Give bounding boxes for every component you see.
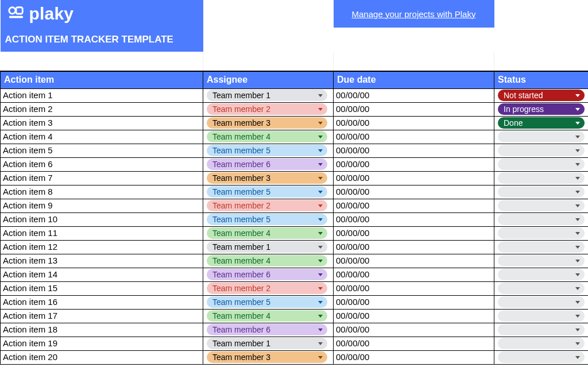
assignee-dropdown[interactable]: Team member 1 <box>207 241 327 253</box>
status-dropdown[interactable] <box>498 269 585 280</box>
table-row: Action item 2Team member 200/00/00In pro… <box>1 102 589 116</box>
chevron-down-icon <box>318 356 323 359</box>
status-cell <box>494 295 589 309</box>
assignee-dropdown[interactable]: Team member 3 <box>207 172 327 184</box>
action-item-cell[interactable]: Action item 1 <box>1 88 203 102</box>
due-date-cell[interactable]: 00/00/00 <box>334 337 494 350</box>
action-item-cell[interactable]: Action item 18 <box>1 323 203 337</box>
status-cell <box>494 226 589 240</box>
assignee-dropdown[interactable]: Team member 2 <box>207 283 327 294</box>
action-item-cell[interactable]: Action item 7 <box>1 171 203 185</box>
header-assignee: Assignee <box>203 71 334 88</box>
promo-link[interactable]: Manage your projects with Plaky <box>352 9 476 19</box>
status-dropdown[interactable] <box>498 324 585 335</box>
due-date-cell[interactable]: 00/00/00 <box>334 350 494 364</box>
assignee-dropdown[interactable]: Team member 1 <box>207 90 327 101</box>
assignee-dropdown[interactable]: Team member 4 <box>207 255 327 266</box>
assignee-dropdown[interactable]: Team member 6 <box>207 324 327 335</box>
due-date-cell[interactable]: 00/00/00 <box>334 323 494 337</box>
status-dropdown[interactable]: In progress <box>498 103 585 115</box>
due-date-cell[interactable]: 00/00/00 <box>334 281 494 295</box>
assignee-dropdown[interactable]: Team member 5 <box>207 186 327 198</box>
status-dropdown[interactable] <box>498 296 585 308</box>
action-item-cell[interactable]: Action item 14 <box>1 268 203 281</box>
status-dropdown[interactable] <box>498 131 585 142</box>
action-item-cell[interactable]: Action item 5 <box>1 144 203 157</box>
action-item-cell[interactable]: Action item 15 <box>1 281 203 295</box>
chevron-down-icon <box>318 177 323 180</box>
status-dropdown[interactable]: Not started <box>498 90 585 101</box>
due-date-cell[interactable]: 00/00/00 <box>334 254 494 268</box>
status-cell <box>494 337 589 350</box>
status-dropdown[interactable] <box>498 351 585 363</box>
due-date-cell[interactable]: 00/00/00 <box>334 212 494 226</box>
assignee-dropdown[interactable]: Team member 2 <box>207 200 327 211</box>
assignee-dropdown[interactable]: Team member 3 <box>207 351 327 363</box>
action-item-cell[interactable]: Action item 16 <box>1 295 203 309</box>
status-dropdown[interactable] <box>498 186 585 198</box>
assignee-label: Team member 2 <box>212 283 270 294</box>
status-dropdown[interactable] <box>498 227 585 239</box>
assignee-dropdown[interactable]: Team member 4 <box>207 131 327 142</box>
chevron-down-icon <box>318 273 323 276</box>
due-date-cell[interactable]: 00/00/00 <box>334 171 494 185</box>
blank-cell <box>334 52 494 71</box>
status-dropdown[interactable] <box>498 255 585 266</box>
assignee-dropdown[interactable]: Team member 4 <box>207 310 327 322</box>
assignee-dropdown[interactable]: Team member 4 <box>207 227 327 239</box>
status-label: Not started <box>504 90 543 101</box>
assignee-dropdown[interactable]: Team member 2 <box>207 103 327 115</box>
due-date-cell[interactable]: 00/00/00 <box>334 309 494 323</box>
action-item-cell[interactable]: Action item 17 <box>1 309 203 323</box>
assignee-dropdown[interactable]: Team member 5 <box>207 145 327 156</box>
due-date-cell[interactable]: 00/00/00 <box>334 116 494 130</box>
action-item-cell[interactable]: Action item 11 <box>1 226 203 240</box>
due-date-cell[interactable]: 00/00/00 <box>334 295 494 309</box>
assignee-cell: Team member 6 <box>203 323 334 337</box>
status-dropdown[interactable] <box>498 310 585 322</box>
status-dropdown[interactable] <box>498 158 585 170</box>
due-date-cell[interactable]: 00/00/00 <box>334 88 494 102</box>
action-item-cell[interactable]: Action item 20 <box>1 350 203 364</box>
table-row: Action item 5Team member 500/00/00 <box>1 144 589 157</box>
status-dropdown[interactable] <box>498 283 585 294</box>
due-date-cell[interactable]: 00/00/00 <box>334 185 494 199</box>
assignee-cell: Team member 1 <box>203 240 334 254</box>
assignee-dropdown[interactable]: Team member 5 <box>207 296 327 308</box>
due-date-cell[interactable]: 00/00/00 <box>334 240 494 254</box>
assignee-cell: Team member 2 <box>203 281 334 295</box>
assignee-dropdown[interactable]: Team member 1 <box>207 338 327 349</box>
assignee-dropdown[interactable]: Team member 6 <box>207 269 327 280</box>
due-date-cell[interactable]: 00/00/00 <box>334 157 494 171</box>
action-item-cell[interactable]: Action item 10 <box>1 212 203 226</box>
action-item-cell[interactable]: Action item 3 <box>1 116 203 130</box>
action-item-cell[interactable]: Action item 4 <box>1 130 203 144</box>
action-item-cell[interactable]: Action item 8 <box>1 185 203 199</box>
chevron-down-icon <box>318 287 323 290</box>
due-date-cell[interactable]: 00/00/00 <box>334 130 494 144</box>
status-cell <box>494 185 589 199</box>
action-item-cell[interactable]: Action item 2 <box>1 102 203 116</box>
status-dropdown[interactable]: Done <box>498 117 585 129</box>
status-label: Done <box>504 117 523 129</box>
assignee-dropdown[interactable]: Team member 3 <box>207 117 327 129</box>
status-dropdown[interactable] <box>498 241 585 253</box>
due-date-cell[interactable]: 00/00/00 <box>334 199 494 212</box>
due-date-cell[interactable]: 00/00/00 <box>334 102 494 116</box>
action-item-cell[interactable]: Action item 19 <box>1 337 203 350</box>
action-item-cell[interactable]: Action item 9 <box>1 199 203 212</box>
due-date-cell[interactable]: 00/00/00 <box>334 268 494 281</box>
status-dropdown[interactable] <box>498 172 585 184</box>
action-item-cell[interactable]: Action item 12 <box>1 240 203 254</box>
assignee-dropdown[interactable]: Team member 5 <box>207 214 327 225</box>
status-dropdown[interactable] <box>498 214 585 225</box>
status-dropdown[interactable] <box>498 338 585 349</box>
due-date-cell[interactable]: 00/00/00 <box>334 144 494 157</box>
assignee-label: Team member 4 <box>212 255 270 266</box>
assignee-dropdown[interactable]: Team member 6 <box>207 158 327 170</box>
action-item-cell[interactable]: Action item 6 <box>1 157 203 171</box>
status-dropdown[interactable] <box>498 145 585 156</box>
action-item-cell[interactable]: Action item 13 <box>1 254 203 268</box>
status-dropdown[interactable] <box>498 200 585 211</box>
due-date-cell[interactable]: 00/00/00 <box>334 226 494 240</box>
